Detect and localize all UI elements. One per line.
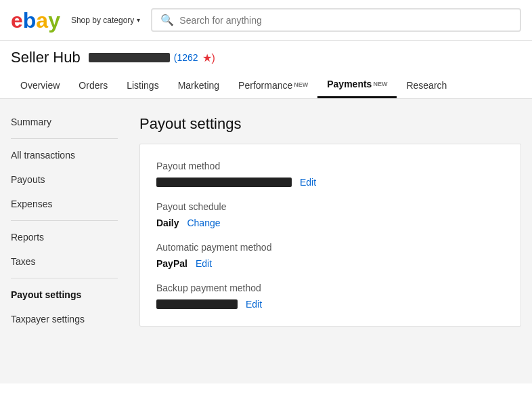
feedback-count: (1262 xyxy=(174,52,198,63)
tab-research-label: Research xyxy=(406,80,447,91)
tab-performance[interactable]: PerformanceNEW xyxy=(229,73,317,98)
search-input[interactable] xyxy=(179,15,512,26)
sidebar-divider-3 xyxy=(11,278,118,278)
sidebar-item-all-transactions[interactable]: All transactions xyxy=(0,143,129,167)
feedback-bar: (1262 ★) xyxy=(89,51,215,64)
tab-performance-label: Performance xyxy=(238,80,292,91)
search-icon: 🔍 xyxy=(160,14,174,26)
main-content: Payout settings Payout method Edit Payou… xyxy=(129,99,532,383)
payout-method-masked xyxy=(156,178,292,187)
payout-method-label: Payout method xyxy=(156,161,504,171)
payout-method-section: Payout method Edit xyxy=(156,161,504,188)
shop-by-category[interactable]: Shop by category ▾ xyxy=(71,16,140,25)
payout-schedule-row: Daily Change xyxy=(156,217,504,228)
tab-orders-label: Orders xyxy=(79,80,108,91)
tab-overview-label: Overview xyxy=(20,80,60,91)
chevron-down-icon: ▾ xyxy=(137,16,140,24)
shop-by-sublabel: category xyxy=(103,16,134,25)
backup-payment-masked xyxy=(156,299,238,309)
automatic-payment-edit-link[interactable]: Edit xyxy=(196,258,212,269)
feedback-progress-bar xyxy=(89,53,170,62)
sidebar: Summary All transactions Payouts Expense… xyxy=(0,99,129,383)
automatic-payment-row: PayPal Edit xyxy=(156,258,504,269)
backup-payment-row: Edit xyxy=(156,299,504,310)
tab-payments[interactable]: PaymentsNEW xyxy=(317,72,397,98)
seller-hub-header: Seller Hub (1262 ★) xyxy=(0,41,532,66)
backup-payment-label: Backup payment method xyxy=(156,283,504,293)
payout-method-row: Edit xyxy=(156,177,504,188)
sidebar-item-payout-settings[interactable]: Payout settings xyxy=(0,283,129,307)
automatic-payment-section: Automatic payment method PayPal Edit xyxy=(156,242,504,269)
sidebar-item-expenses[interactable]: Expenses xyxy=(0,192,129,216)
sidebar-item-taxes[interactable]: Taxes xyxy=(0,249,129,274)
tab-performance-new: NEW xyxy=(294,82,308,88)
logo-y: y xyxy=(48,9,60,31)
logo-area: e b a y Shop by category ▾ xyxy=(11,9,140,31)
nav-tabs: Overview Orders Listings Marketing Perfo… xyxy=(0,72,532,99)
tab-listings-label: Listings xyxy=(127,80,158,91)
tab-marketing-label: Marketing xyxy=(178,80,219,91)
tab-overview[interactable]: Overview xyxy=(11,73,69,98)
automatic-payment-value: PayPal xyxy=(156,258,187,269)
logo-b: b xyxy=(23,9,37,31)
tab-research[interactable]: Research xyxy=(397,73,456,98)
automatic-payment-label: Automatic payment method xyxy=(156,242,504,253)
sidebar-item-payouts[interactable]: Payouts xyxy=(0,167,129,192)
tab-payments-new: NEW xyxy=(373,81,387,87)
logo-e: e xyxy=(11,9,23,31)
tab-orders[interactable]: Orders xyxy=(69,73,117,98)
page-layout: Summary All transactions Payouts Expense… xyxy=(0,99,532,383)
tab-marketing[interactable]: Marketing xyxy=(169,73,229,98)
search-bar[interactable]: 🔍 xyxy=(151,8,521,32)
backup-payment-edit-link[interactable]: Edit xyxy=(246,299,262,310)
payout-schedule-section: Payout schedule Daily Change xyxy=(156,201,504,228)
payout-method-edit-link[interactable]: Edit xyxy=(300,177,316,188)
feedback-star-icon: ★) xyxy=(202,51,215,64)
tab-payments-label: Payments xyxy=(327,79,372,89)
sidebar-divider-2 xyxy=(11,220,118,221)
top-bar: e b a y Shop by category ▾ 🔍 xyxy=(0,0,532,41)
sidebar-item-reports[interactable]: Reports xyxy=(0,225,129,249)
shop-by-label: Shop by xyxy=(71,16,101,25)
sidebar-item-summary[interactable]: Summary xyxy=(0,110,129,134)
seller-hub-title: Seller Hub xyxy=(11,49,81,66)
payout-schedule-change-link[interactable]: Change xyxy=(187,217,220,228)
logo-a: a xyxy=(36,9,48,31)
settings-card: Payout method Edit Payout schedule Daily… xyxy=(139,144,521,327)
sidebar-item-taxpayer-settings[interactable]: Taxpayer settings xyxy=(0,307,129,331)
payout-schedule-label: Payout schedule xyxy=(156,201,504,212)
payout-schedule-value: Daily xyxy=(156,217,179,228)
page-title: Payout settings xyxy=(139,115,521,133)
backup-payment-section: Backup payment method Edit xyxy=(156,283,504,310)
sidebar-divider-1 xyxy=(11,138,118,139)
tab-listings[interactable]: Listings xyxy=(117,73,168,98)
ebay-logo: e b a y xyxy=(11,9,60,31)
